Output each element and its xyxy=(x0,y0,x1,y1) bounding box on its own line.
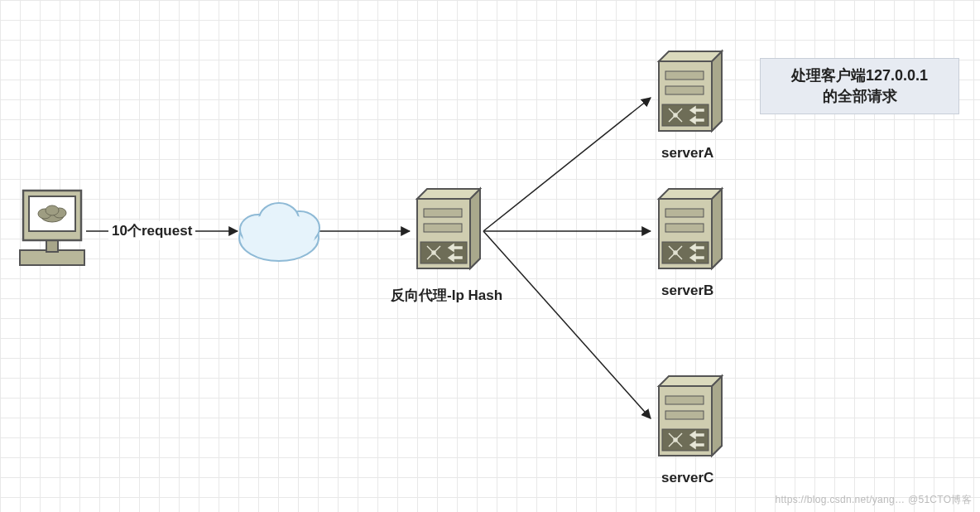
arrow-proxy-to-serverC xyxy=(483,231,651,418)
callout-line1: 处理客户端127.0.0.1 xyxy=(791,67,928,84)
svg-rect-53 xyxy=(665,396,704,404)
serverB-icon xyxy=(654,184,725,275)
proxy-label: 反向代理-Ip Hash xyxy=(391,286,502,305)
client-computer xyxy=(18,189,86,268)
proxy-server-icon xyxy=(412,184,483,275)
svg-rect-31 xyxy=(662,104,709,126)
edge-label-requests: 10个request xyxy=(108,221,195,240)
svg-rect-55 xyxy=(662,429,709,451)
svg-point-7 xyxy=(46,205,59,215)
svg-marker-52 xyxy=(659,376,722,386)
svg-marker-16 xyxy=(417,189,480,199)
watermark: https://blog.csdn.net/yang… @51CTO博客 xyxy=(775,493,972,507)
svg-rect-41 xyxy=(665,209,704,217)
svg-rect-43 xyxy=(662,242,709,263)
svg-rect-17 xyxy=(424,209,462,217)
svg-point-12 xyxy=(243,213,315,256)
serverA-label: serverA xyxy=(661,145,713,162)
svg-marker-15 xyxy=(470,189,480,268)
serverB-label: serverB xyxy=(661,283,713,299)
svg-marker-39 xyxy=(712,189,722,268)
arrow-proxy-to-serverA xyxy=(483,98,651,231)
svg-rect-19 xyxy=(420,242,467,263)
svg-rect-29 xyxy=(665,71,704,80)
serverC-icon xyxy=(654,371,725,462)
svg-marker-40 xyxy=(659,189,722,199)
svg-marker-51 xyxy=(712,376,722,456)
serverC-label: serverC xyxy=(661,470,713,486)
svg-rect-54 xyxy=(665,411,704,419)
svg-marker-28 xyxy=(659,51,722,61)
svg-marker-27 xyxy=(712,51,722,131)
svg-rect-18 xyxy=(424,224,462,232)
callout-note: 处理客户端127.0.0.1 的全部请求 xyxy=(760,58,959,114)
callout-line2: 的全部请求 xyxy=(823,88,897,104)
cloud-icon xyxy=(233,188,324,269)
svg-rect-42 xyxy=(665,224,704,232)
svg-rect-30 xyxy=(665,86,704,94)
svg-rect-1 xyxy=(46,240,58,252)
serverA-icon xyxy=(654,46,725,138)
